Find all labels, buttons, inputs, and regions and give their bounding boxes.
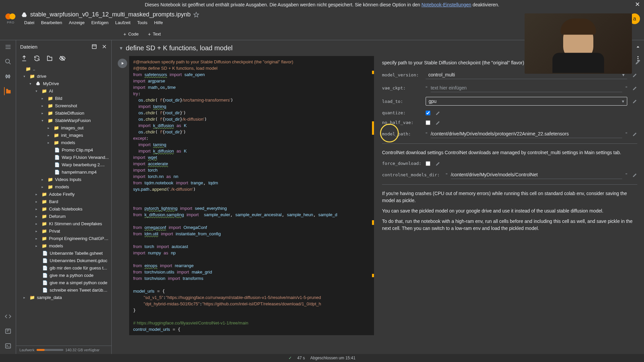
quantize-checkbox[interactable] <box>426 111 430 115</box>
tree-promo[interactable]: 📄Promo Clip.mp4 <box>16 146 111 154</box>
svg-text:{x}: {x} <box>5 74 10 78</box>
colab-logo[interactable]: PRO <box>4 12 17 25</box>
tree-models3[interactable]: ▸📁models <box>16 242 111 249</box>
tree-screenshot[interactable]: ▸📁Screenshot <box>16 102 111 109</box>
tree-models1[interactable]: ▸📁models <box>16 139 111 146</box>
menu-laufzeit[interactable]: Laufzeit <box>113 19 133 26</box>
search-icon[interactable] <box>4 58 12 66</box>
left-rail: {x} <box>0 40 16 354</box>
no-half-vae-checkbox[interactable] <box>426 120 430 125</box>
collapse-header-icon[interactable] <box>635 44 641 50</box>
edit-icon[interactable] <box>633 132 637 136</box>
refresh-icon[interactable] <box>34 55 40 62</box>
vae-ckpt-label: vae_ckpt: <box>382 85 422 90</box>
notebook-settings-link[interactable]: Notebook-Einstellungen <box>421 2 471 7</box>
controlnet-text: ControlNet download settings ControlNet … <box>382 149 637 156</box>
tree-deforum[interactable]: ▸📁Deforum <box>16 213 111 220</box>
code-icon[interactable] <box>4 312 12 320</box>
webcam-overlay <box>525 13 632 74</box>
tree-give-python[interactable]: 📄give me a python code <box>16 272 111 279</box>
upload-icon[interactable] <box>21 55 28 62</box>
files-icon[interactable] <box>4 87 12 95</box>
private-outputs-banner: Dieses Notebook ist geöffnet und enthält… <box>0 0 644 9</box>
banner-close-icon[interactable]: ✕ <box>635 1 640 8</box>
run-cell-button[interactable] <box>118 59 127 68</box>
tree-ki-stimmen[interactable]: ▸📁KI Stimmen und Deepfakes <box>16 220 111 227</box>
new-window-icon[interactable] <box>91 44 97 50</box>
star-icon[interactable] <box>193 12 199 18</box>
menu-bearbeiten[interactable]: Bearbeiten <box>38 19 65 26</box>
edit-icon[interactable] <box>633 73 637 77</box>
menu-hilfe[interactable]: Hilfe <box>151 19 165 26</box>
add-code-button[interactable]: +Code <box>121 30 141 38</box>
tree-models2[interactable]: ▸📁models <box>16 183 111 190</box>
force-download-label: force_download: <box>382 161 422 166</box>
tree-prompt-eng[interactable]: ▸📁Prompt Engineering ChatGPT,... <box>16 235 111 242</box>
tree-adobe[interactable]: ▸📁Adobe Firefly <box>16 190 111 198</box>
menu-datei[interactable]: Datei <box>21 19 37 26</box>
menu-einfuegen[interactable]: Einfügen <box>89 19 111 26</box>
toggle-hidden-icon[interactable] <box>59 55 66 62</box>
tree-sample-data[interactable]: ▸📁sample_data <box>16 294 111 301</box>
edit-icon[interactable] <box>436 120 440 125</box>
section-collapse-icon[interactable]: ▾ <box>120 45 122 51</box>
crash-text-3: To do that, run the notebook with a high… <box>382 218 637 232</box>
notebook-title[interactable]: stable_warpfusion_v0_16_12_multi_masked_… <box>30 11 191 18</box>
edit-icon[interactable] <box>633 99 637 104</box>
edit-icon[interactable] <box>633 86 637 90</box>
force-download-checkbox[interactable] <box>426 161 430 166</box>
files-panel-title: Dateien <box>20 44 91 50</box>
tree-bild[interactable]: ▸📁Bild <box>16 95 111 102</box>
tree-unb-tab[interactable]: 📄Unbenannte Tabelle.gsheet <box>16 249 111 257</box>
tree-give-simpel[interactable]: 📄give me a simpel python code <box>16 279 111 286</box>
section-title: define SD + K functions, load model <box>126 44 233 52</box>
edit-icon[interactable] <box>633 173 637 177</box>
menu-anzeige[interactable]: Anzeige <box>66 19 87 26</box>
menu-tools[interactable]: Tools <box>135 19 150 26</box>
variables-icon[interactable]: {x} <box>4 72 12 80</box>
tree-stablewarpfusion[interactable]: ▾📁StableWarpFusion <box>16 117 111 124</box>
notebook-area[interactable]: ▾ define SD + K functions, load model #@… <box>112 40 644 354</box>
tree-videos-inputs[interactable]: ▸📁Videos Inputs <box>16 176 111 183</box>
edit-icon[interactable] <box>436 111 440 115</box>
tree-drive[interactable]: ▾📁drive <box>16 72 111 80</box>
toc-icon[interactable] <box>4 43 12 51</box>
banner-text-pre: Dieses Notebook ist geöffnet und enthält… <box>145 2 422 7</box>
cell-edit-icon[interactable] <box>633 56 644 67</box>
edit-icon[interactable] <box>436 161 440 166</box>
tree-bard[interactable]: ▸📁Bard <box>16 198 111 205</box>
tree-mydrive[interactable]: ▾MyDrive <box>16 80 111 87</box>
close-panel-icon[interactable] <box>101 44 107 50</box>
code-editor[interactable]: #@markdown specify path to your Stable D… <box>129 56 374 335</box>
status-check-icon: ✓ <box>288 356 292 360</box>
banner-text-post: deaktivieren. <box>473 2 499 7</box>
tree-unb-dok[interactable]: 📄Unbenanntes Dokument.gdoc <box>16 257 111 264</box>
add-text-button[interactable]: +Text <box>145 30 163 38</box>
terminal-icon[interactable] <box>4 342 12 350</box>
controlnet-dir-input[interactable] <box>451 171 622 179</box>
status-time: 47 s <box>297 356 305 360</box>
status-done: Abgeschlossen um 15:41 <box>310 356 356 360</box>
tree-init-images[interactable]: ▸📁init_images <box>16 131 111 139</box>
tree-colab-nb[interactable]: ▸📁Colab Notebooks <box>16 205 111 213</box>
tree-stablediffusion[interactable]: ▸📁StableDiffusion <box>16 109 111 117</box>
vae-ckpt-input[interactable] <box>431 84 622 92</box>
command-palette-icon[interactable] <box>4 327 12 335</box>
file-tree[interactable]: 📁.. ▾📁drive ▾MyDrive ▾📁AI ▸📁Bild ▸📁Scree… <box>16 64 111 346</box>
tree-warpbearbeit[interactable]: 📄Warp bearbeitung 2.... <box>16 161 111 168</box>
tree-hampel[interactable]: 📄hampelmann.mp4 <box>16 168 111 176</box>
drive-icon <box>21 12 28 18</box>
model-path-input[interactable] <box>431 130 622 138</box>
tree-schreibe-tweet[interactable]: 📄schreibe einen Tweet darüber ... <box>16 286 111 294</box>
tree-parent[interactable]: 📁.. <box>16 65 111 72</box>
tree-warpfusion[interactable]: 📄Warp FUsion Verwand... <box>16 154 111 161</box>
model-path-label: model_path: <box>382 131 422 136</box>
controlnet-dir-label: controlnet_models_dir: <box>382 172 442 177</box>
tree-ai[interactable]: ▾📁AI <box>16 87 111 95</box>
mount-drive-icon[interactable] <box>46 55 53 62</box>
tree-images-out[interactable]: ▸📁images_out <box>16 124 111 131</box>
tree-privat[interactable]: ▸📁Privat <box>16 227 111 235</box>
storage-free: 140.32 GB verfügbar <box>65 348 100 352</box>
load-to-select[interactable]: gpu▾ <box>426 97 627 106</box>
tree-gib-guess[interactable]: 📄gib mir den code für guess t... <box>16 264 111 272</box>
